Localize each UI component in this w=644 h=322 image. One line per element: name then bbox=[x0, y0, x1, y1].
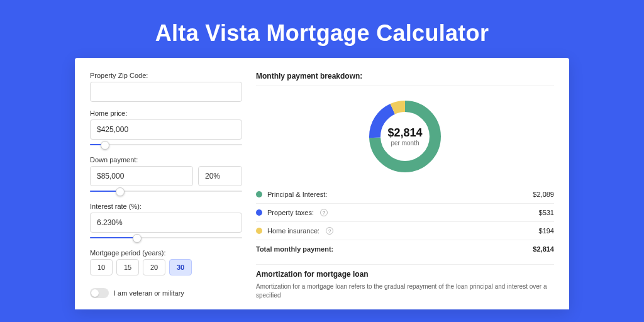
calculator-card: Property Zip Code: Home price: Down paym… bbox=[75, 58, 569, 309]
inputs-panel: Property Zip Code: Home price: Down paym… bbox=[90, 72, 242, 296]
legend: Principal & Interest:$2,089Property taxe… bbox=[256, 186, 554, 258]
legend-total-row: Total monthly payment:$2,814 bbox=[256, 240, 554, 258]
legend-label: Home insurance: bbox=[267, 227, 319, 235]
period-button-15[interactable]: 15 bbox=[116, 259, 139, 275]
info-icon[interactable]: ? bbox=[320, 209, 328, 216]
donut-value: $2,814 bbox=[387, 126, 422, 140]
interest-block: Interest rate (%): bbox=[90, 203, 242, 242]
legend-dot bbox=[256, 228, 262, 234]
info-icon[interactable]: ? bbox=[326, 227, 333, 235]
amortization-title: Amortization for mortgage loan bbox=[256, 264, 554, 282]
zip-label: Property Zip Code: bbox=[90, 72, 242, 79]
home-price-label: Home price: bbox=[90, 109, 242, 117]
down-payment-label: Down payment: bbox=[90, 156, 242, 164]
donut-sublabel: per month bbox=[391, 140, 419, 147]
down-payment-slider[interactable] bbox=[90, 187, 242, 195]
slider-thumb[interactable] bbox=[133, 234, 142, 243]
home-price-slider[interactable] bbox=[90, 141, 242, 148]
donut-wrap: $2,814 per month bbox=[256, 92, 554, 179]
veteran-row: I am veteran or military bbox=[90, 288, 242, 298]
hero: Alta Vista Mortgage Calculator bbox=[0, 0, 644, 58]
down-payment-pct-input[interactable] bbox=[198, 166, 242, 186]
legend-total-label: Total monthly payment: bbox=[256, 245, 333, 253]
amortization-text: Amortization for a mortgage loan refers … bbox=[256, 282, 554, 300]
legend-value: $2,089 bbox=[533, 191, 554, 198]
period-button-30[interactable]: 30 bbox=[169, 259, 192, 275]
amortization-section: Amortization for mortgage loan Amortizat… bbox=[256, 264, 554, 300]
legend-row: Property taxes:?$531 bbox=[256, 204, 554, 222]
donut-chart: $2,814 per month bbox=[365, 96, 445, 177]
period-button-10[interactable]: 10 bbox=[90, 259, 113, 275]
legend-row: Principal & Interest:$2,089 bbox=[256, 186, 554, 204]
slider-thumb[interactable] bbox=[101, 141, 109, 150]
period-block: Mortgage period (years): 10152030 bbox=[90, 249, 242, 275]
legend-label: Property taxes: bbox=[267, 209, 314, 216]
slider-thumb[interactable] bbox=[116, 187, 125, 196]
interest-input[interactable] bbox=[90, 213, 242, 233]
interest-label: Interest rate (%): bbox=[90, 203, 242, 210]
legend-dot bbox=[256, 209, 262, 216]
interest-slider[interactable] bbox=[90, 234, 242, 242]
page-title: Alta Vista Mortgage Calculator bbox=[0, 20, 644, 47]
donut-center: $2,814 per month bbox=[365, 96, 445, 177]
zip-input[interactable] bbox=[90, 82, 242, 102]
home-price-block: Home price: bbox=[90, 109, 242, 148]
breakdown-panel: Monthly payment breakdown: $2,814 per mo… bbox=[256, 72, 554, 296]
veteran-toggle[interactable] bbox=[90, 288, 109, 298]
legend-label: Principal & Interest: bbox=[267, 191, 327, 198]
veteran-label: I am veteran or military bbox=[114, 289, 184, 297]
down-payment-input[interactable] bbox=[90, 166, 193, 186]
period-label: Mortgage period (years): bbox=[90, 249, 242, 257]
down-payment-block: Down payment: bbox=[90, 156, 242, 195]
zip-block: Property Zip Code: bbox=[90, 72, 242, 102]
legend-row: Home insurance:?$194 bbox=[256, 222, 554, 240]
legend-value: $194 bbox=[539, 227, 554, 235]
breakdown-title: Monthly payment breakdown: bbox=[256, 72, 554, 86]
home-price-input[interactable] bbox=[90, 119, 242, 140]
period-button-20[interactable]: 20 bbox=[143, 259, 165, 275]
legend-dot bbox=[256, 191, 262, 197]
legend-total-value: $2,814 bbox=[533, 245, 554, 253]
legend-value: $531 bbox=[539, 209, 554, 216]
